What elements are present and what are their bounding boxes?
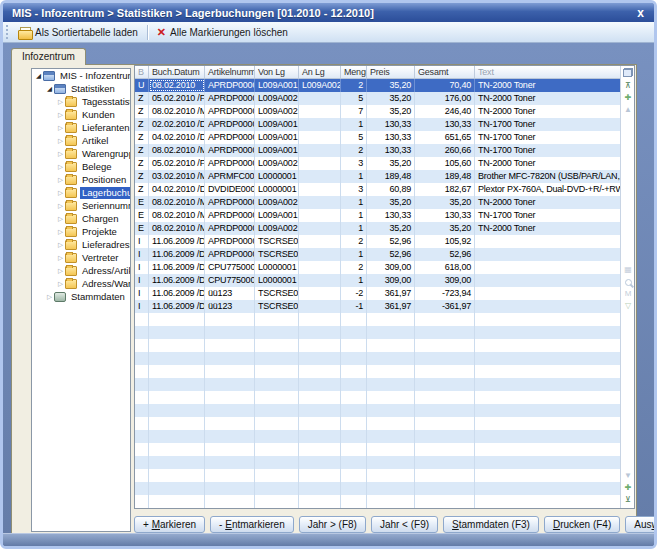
collapse-icon[interactable]: ◢	[45, 82, 54, 95]
expand-icon[interactable]: ▷	[56, 147, 65, 160]
empty-row[interactable]	[135, 417, 620, 430]
expand-icon[interactable]: ▷	[56, 173, 65, 186]
expand-icon[interactable]: ▷	[56, 108, 65, 121]
scroll-up-icon[interactable]: ✚	[621, 92, 635, 104]
table-row[interactable]: I11.06.2009 /DoAPRDP00004TSCRSE02252,961…	[135, 235, 620, 248]
scroll-down-icon[interactable]: ✚	[621, 482, 635, 494]
tree-item-stammdaten[interactable]: ▷Stammdaten	[32, 290, 130, 303]
empty-row[interactable]	[135, 443, 620, 456]
table-row[interactable]: Z08.02.2010 /MoAPRDP00001L009A002735,202…	[135, 105, 620, 118]
table-row[interactable]: Z03.02.2010 /MiAPRMFC00001L00000011189,4…	[135, 170, 620, 183]
table-row[interactable]: E08.02.2010 /MoAPRDP00003L009A002135,203…	[135, 222, 620, 235]
tree-item-kunden[interactable]: ▷Kunden	[32, 108, 130, 121]
tree-item-warengruppen[interactable]: ▷Warengruppen	[32, 147, 130, 160]
empty-row[interactable]	[135, 352, 620, 365]
tree-item-lagerbuchungen[interactable]: ▷Lagerbuchungen	[32, 186, 130, 199]
tree-item-adress-warengruppen[interactable]: ▷Adress/Warengruppen	[32, 277, 130, 290]
load-sort-table-button[interactable]: Als Sortiertabelle laden	[13, 24, 143, 41]
table-row[interactable]: Z05.02.2010 /FrAPRDP00003L009A002335,201…	[135, 157, 620, 170]
tab-infozentrum[interactable]: Infozentrum	[11, 48, 86, 65]
empty-row[interactable]	[135, 495, 620, 508]
mark-icon[interactable]: M	[621, 288, 635, 300]
empty-row[interactable]	[135, 339, 620, 352]
tree-item-lieferanten[interactable]: ▷Lieferanten	[32, 121, 130, 134]
jahr-zurueck-button[interactable]: Jahr < (F9)	[371, 516, 438, 533]
search-icon[interactable]	[621, 276, 635, 288]
tree-item-lieferadressen[interactable]: ▷Lieferadressen	[32, 238, 130, 251]
expand-icon[interactable]: ▷	[56, 160, 65, 173]
tree-item-statistiken[interactable]: ◢Statistiken	[32, 82, 130, 95]
tree-item-seriennummern[interactable]: ▷Seriennummern	[32, 199, 130, 212]
column-header-gesamt[interactable]: Gesamt	[415, 66, 475, 78]
drucken-button[interactable]: Drucken (F4)	[544, 516, 620, 533]
expand-icon[interactable]: ▷	[56, 199, 65, 212]
column-header-von-lg[interactable]: Von Lg	[255, 66, 299, 78]
auswertung-button[interactable]: Auswertung (Return)	[625, 516, 657, 533]
tree-item-vertreter[interactable]: ▷Vertreter	[32, 251, 130, 264]
tree-item-mis-infozentrum[interactable]: ◢MIS - Infozentrum	[32, 69, 130, 82]
collapse-icon[interactable]: ◢	[34, 69, 43, 82]
table-row[interactable]: I11.06.2009 /DoCPU77500007L00000012309,0…	[135, 261, 620, 274]
expand-icon[interactable]: ▷	[56, 95, 65, 108]
scroll-to-bottom-icon[interactable]: ⊻	[621, 494, 635, 506]
tree-item-adress-artikel[interactable]: ▷Adress/Artikel	[32, 264, 130, 277]
expand-icon[interactable]: ▷	[56, 121, 65, 134]
clear-marks-button[interactable]: ✕ Alle Markierungen löschen	[152, 24, 293, 41]
column-header-menge[interactable]: Menge	[341, 66, 367, 78]
empty-row[interactable]	[135, 456, 620, 469]
tree-item-chargen[interactable]: ▷Chargen	[32, 212, 130, 225]
expand-icon[interactable]: ▷	[56, 264, 65, 277]
table-row[interactable]: I11.06.2009 /DoAPRDP00004TSCRSE02152,965…	[135, 248, 620, 261]
tree-item-projekte[interactable]: ▷Projekte	[32, 225, 130, 238]
empty-row[interactable]	[135, 469, 620, 482]
toolbar-grip[interactable]	[6, 25, 9, 39]
empty-row[interactable]	[135, 365, 620, 378]
entmarkieren-button[interactable]: - Entmarkieren	[210, 516, 294, 533]
empty-row[interactable]	[135, 391, 620, 404]
table-row[interactable]: Z04.02.2010 /DoAPRDP00002L009A0015130,33…	[135, 131, 620, 144]
tree-item-positionen[interactable]: ▷Positionen	[32, 173, 130, 186]
tree-item-belege[interactable]: ▷Belege	[32, 160, 130, 173]
table-row[interactable]: Z02.02.2010 /DiAPRDP00002L009A0011130,33…	[135, 118, 620, 131]
expand-icon[interactable]: ▷	[56, 238, 65, 251]
close-icon[interactable]: x	[637, 7, 644, 19]
expand-icon[interactable]: ▷	[56, 212, 65, 225]
column-header-buch-datum[interactable]: Buch.Datum	[149, 66, 205, 78]
column-header-b[interactable]: B	[135, 66, 149, 78]
column-header-an-lg[interactable]: An Lg	[299, 66, 341, 78]
table-row[interactable]: Z08.02.2010 /MoAPRDP00002L009A0012130,33…	[135, 144, 620, 157]
column-header-preis[interactable]: Preis	[367, 66, 415, 78]
table-row[interactable]: Z04.02.2010 /DoDVDIDE00016L0000001360,89…	[135, 183, 620, 196]
empty-row[interactable]	[135, 326, 620, 339]
expand-icon[interactable]: ▷	[56, 134, 65, 147]
empty-row[interactable]	[135, 482, 620, 495]
filter-icon[interactable]: ▽	[621, 300, 635, 312]
table-row[interactable]: I11.06.2009 /Doüü123TSCRSE03-2361,97-723…	[135, 287, 620, 300]
page-down-icon[interactable]: ▼	[621, 470, 635, 482]
expand-icon[interactable]: ▷	[45, 290, 54, 303]
table-row[interactable]: Z05.02.2010 /FrAPRDP00001L009A002535,201…	[135, 92, 620, 105]
column-header-text[interactable]: Text	[475, 66, 620, 78]
table-row[interactable]: U08.02.2010APRDP00001L009A001L009A002235…	[135, 79, 620, 92]
page-up-icon[interactable]: ▲	[621, 104, 635, 116]
columns-icon[interactable]: ▦	[621, 264, 635, 276]
scroll-to-top-icon[interactable]: ⊼	[621, 80, 635, 92]
stammdaten-button[interactable]: Stammdaten (F3)	[443, 516, 539, 533]
tree-item-tagesstatistik[interactable]: ▷Tagesstatistik	[32, 95, 130, 108]
jahr-vor-button[interactable]: Jahr > (F8)	[299, 516, 366, 533]
column-header-artikelnummer[interactable]: Artikelnummer	[205, 66, 255, 78]
expand-icon[interactable]: ▷	[56, 186, 65, 199]
tree-item-artikel[interactable]: ▷Artikel	[32, 134, 130, 147]
empty-row[interactable]	[135, 404, 620, 417]
empty-row[interactable]	[135, 378, 620, 391]
expand-icon[interactable]: ▷	[56, 251, 65, 264]
empty-row[interactable]	[135, 430, 620, 443]
expand-icon[interactable]: ▷	[56, 277, 65, 290]
expand-icon[interactable]: ▷	[56, 225, 65, 238]
table-row[interactable]: E08.02.2010 /MoAPRDP00001L009A002135,203…	[135, 196, 620, 209]
table-row[interactable]: I11.06.2009 /Doüü123TSCRSE03-1361,97-361…	[135, 300, 620, 313]
column-select-icon[interactable]	[623, 68, 633, 77]
empty-row[interactable]	[135, 313, 620, 326]
markieren-button[interactable]: + Markieren	[134, 516, 205, 533]
table-row[interactable]: I11.06.2009 /DoCPU77500007L00000011309,0…	[135, 274, 620, 287]
